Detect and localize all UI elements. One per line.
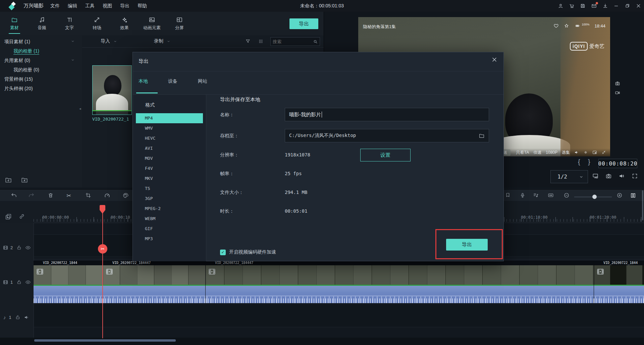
- video-camera-icon[interactable]: [615, 90, 620, 95]
- cut-scissors-badge[interactable]: ✂: [98, 244, 107, 254]
- export-path-input[interactable]: C:/Users/清风不兴/Desktop: [285, 129, 489, 142]
- close-icon[interactable]: [491, 56, 498, 63]
- lock-open-icon[interactable]: [16, 245, 22, 250]
- tab-elements[interactable]: 动画元素: [139, 12, 165, 35]
- chevron-down-icon[interactable]: [71, 58, 75, 62]
- track-header-audio-1[interactable]: ♪ 1: [0, 314, 34, 321]
- filter-icon[interactable]: [245, 35, 251, 47]
- format-option-avi[interactable]: AVI: [136, 143, 203, 153]
- dialog-tab-local[interactable]: 本地: [139, 78, 148, 84]
- page-indicator-dropdown[interactable]: 1/2: [550, 170, 588, 183]
- record-button[interactable]: 录制: [154, 35, 170, 47]
- display-settings-icon[interactable]: [592, 173, 599, 179]
- delete-icon[interactable]: [48, 192, 54, 198]
- audio-sync-icon[interactable]: [533, 192, 539, 198]
- player-speed[interactable]: 倍速: [533, 150, 541, 155]
- minimize-icon[interactable]: [613, 3, 619, 9]
- snapshot-icon[interactable]: [605, 173, 612, 179]
- add-marker-icon[interactable]: [5, 213, 12, 220]
- timeline-clip[interactable]: VID_20200722_1844: [594, 261, 644, 303]
- split-scissors-icon[interactable]: ✂: [66, 192, 71, 199]
- mark-in-brace[interactable]: {: [578, 158, 580, 166]
- audio-track-1-lane[interactable]: [34, 304, 644, 327]
- redo-icon[interactable]: [28, 192, 35, 199]
- marker-icon[interactable]: [505, 192, 511, 198]
- format-option-mpeg2[interactable]: MPEG-2: [136, 204, 203, 214]
- lock-open-icon[interactable]: [16, 279, 22, 285]
- hw-accel-checkbox[interactable]: [220, 250, 226, 255]
- tab-text[interactable]: 文字: [56, 12, 83, 35]
- eye-icon[interactable]: [25, 245, 31, 251]
- delete-folder-icon[interactable]: [21, 176, 28, 184]
- dialog-tab-device[interactable]: 设备: [168, 78, 177, 84]
- export-confirm-button[interactable]: 导出: [446, 239, 488, 251]
- restore-icon[interactable]: [625, 3, 630, 9]
- sidebar-item-my-album-0[interactable]: 我的相册 (0): [0, 65, 82, 74]
- speed-icon[interactable]: [104, 192, 110, 199]
- media-item-thumbnail[interactable]: [92, 65, 132, 115]
- volume-icon[interactable]: [574, 150, 579, 155]
- tab-splitscreen[interactable]: 分屏: [166, 12, 193, 35]
- zoom-in-icon[interactable]: [616, 192, 623, 198]
- snapshot-camera-icon[interactable]: [615, 81, 620, 86]
- track-header-video-1[interactable]: 1: [0, 278, 34, 286]
- cart-icon[interactable]: [569, 3, 575, 9]
- collapse-panel-arrow[interactable]: ◂: [79, 107, 81, 111]
- download-icon[interactable]: [602, 3, 608, 9]
- crop-icon[interactable]: [85, 192, 91, 198]
- player-quality[interactable]: 1080P: [546, 150, 557, 155]
- chevron-down-icon[interactable]: [71, 39, 75, 43]
- undo-icon[interactable]: [11, 192, 17, 199]
- eye-icon[interactable]: [25, 279, 31, 285]
- speaker-icon[interactable]: [619, 173, 625, 179]
- format-option-gif[interactable]: GIF: [136, 224, 203, 234]
- tab-media[interactable]: 素材: [1, 12, 28, 35]
- timeline-clip[interactable]: VID_20200722_184447: [205, 261, 594, 303]
- track-header-video-2[interactable]: 2: [0, 244, 34, 251]
- playhead-line[interactable]: [102, 206, 103, 338]
- format-option-wmv[interactable]: WMV: [136, 123, 203, 133]
- sidebar-item-my-album-1[interactable]: 我的相册 (1): [0, 46, 82, 56]
- dialog-tab-website[interactable]: 网站: [198, 78, 207, 84]
- fullscreen-icon[interactable]: [632, 173, 638, 179]
- format-option-mp4[interactable]: MP4: [136, 113, 203, 123]
- timeline-clip[interactable]: VID_20200722_1844: [34, 261, 103, 303]
- timeline-clip[interactable]: VID_20200722_184447: [103, 261, 206, 303]
- format-option-3gp[interactable]: 3GP: [136, 194, 203, 204]
- track-view-icon[interactable]: [630, 192, 636, 199]
- format-option-webm[interactable]: WEBM: [136, 214, 203, 224]
- link-icon[interactable]: [18, 213, 25, 220]
- account-icon[interactable]: [558, 3, 564, 9]
- search-icon[interactable]: [313, 39, 318, 44]
- close-icon[interactable]: [636, 3, 641, 9]
- mark-out-brace[interactable]: }: [588, 158, 590, 166]
- format-option-mov[interactable]: MOV: [136, 153, 203, 163]
- export-name-input[interactable]: 喵影-我的影片: [285, 108, 489, 121]
- format-option-ts[interactable]: TS: [136, 184, 203, 194]
- lock-open-icon[interactable]: [15, 315, 20, 320]
- player-episodes[interactable]: 选集: [562, 150, 570, 155]
- export-button-top[interactable]: 导出: [289, 18, 318, 29]
- sidebar-item-shared-media[interactable]: 共用素材 (0): [0, 56, 82, 65]
- search-box[interactable]: [270, 37, 320, 46]
- format-option-mp3[interactable]: MP3: [136, 234, 203, 244]
- format-option-hevc[interactable]: HEVC: [136, 133, 203, 143]
- import-button[interactable]: 导入: [101, 35, 117, 47]
- sidebar-item-project-media[interactable]: 项目素材 (1): [0, 37, 82, 46]
- horizontal-scrollbar[interactable]: [34, 339, 176, 342]
- settings-button[interactable]: 设置: [360, 149, 411, 161]
- zoom-slider-handle[interactable]: [592, 195, 597, 199]
- zoom-out-icon[interactable]: [564, 192, 570, 198]
- format-option-mkv[interactable]: MKV: [136, 174, 203, 184]
- tab-transition[interactable]: 转场: [84, 12, 110, 35]
- grid-view-icon[interactable]: [258, 35, 263, 47]
- color-palette-icon[interactable]: [122, 192, 129, 199]
- settings-gear-icon[interactable]: [583, 150, 588, 155]
- fit-timeline-icon[interactable]: [547, 192, 554, 198]
- speaker-icon[interactable]: [24, 315, 30, 320]
- tab-audio[interactable]: 音频: [29, 12, 55, 35]
- search-input[interactable]: [271, 39, 313, 44]
- save-icon[interactable]: [580, 3, 586, 9]
- new-folder-icon[interactable]: [5, 176, 12, 184]
- browse-folder-icon[interactable]: [479, 133, 485, 139]
